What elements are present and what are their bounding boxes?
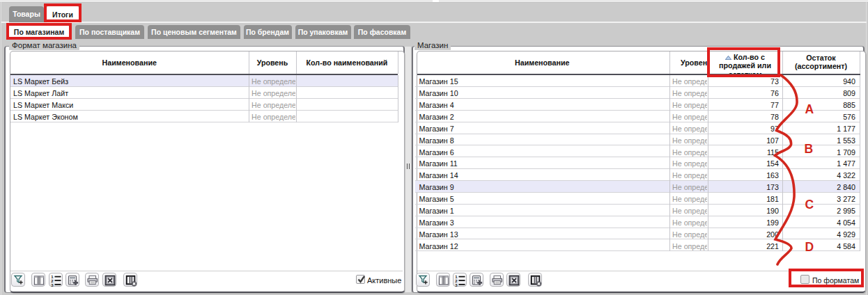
svg-text:3: 3 [51,282,54,287]
svg-text:3: 3 [455,282,458,287]
